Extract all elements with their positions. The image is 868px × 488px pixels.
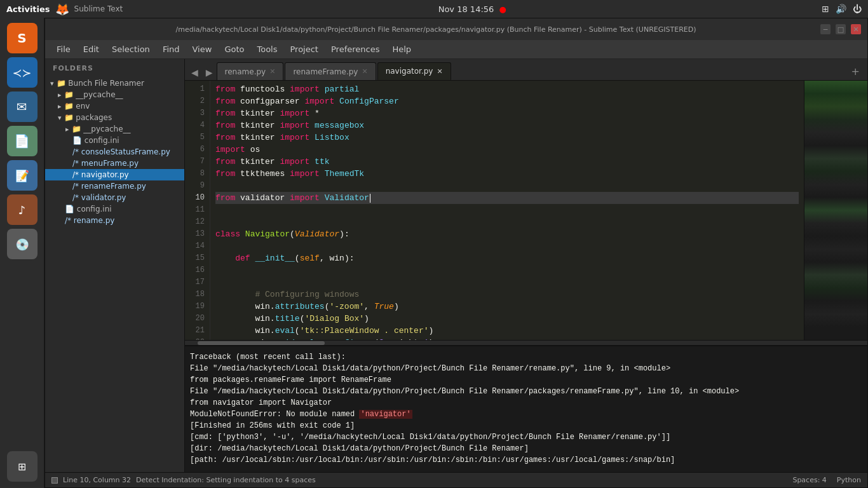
left-dock: S ≺≻ ✉ 📄 📝 ♪ 💿 ⊞ — [0, 18, 44, 488]
terminal-line: File "/media/hackytech/Local Disk1/data/… — [190, 386, 862, 397]
disk-icon[interactable]: 💿 — [7, 229, 37, 259]
grid-icon[interactable]: ⊞ — [7, 451, 37, 482]
minimize-button[interactable]: ─ — [820, 24, 831, 34]
menu-preferences[interactable]: Preferences — [325, 42, 386, 57]
sound-icon[interactable]: 🔊 — [836, 4, 846, 14]
folder-env[interactable]: ▸ 📁 env — [45, 100, 184, 112]
file-label: /* validator.py — [72, 193, 126, 202]
chevron-right-icon: ▸ — [58, 91, 62, 99]
folder-label: 📁 env — [64, 102, 90, 111]
sublime-icon[interactable]: S — [7, 23, 37, 53]
status-right: Spaces: 4 Python — [792, 476, 861, 484]
folder-label: 📁 packages — [64, 113, 112, 122]
terminal-line: [cmd: ['python3', '-u', '/media/hackytec… — [190, 431, 862, 443]
menu-help[interactable]: Help — [386, 42, 417, 57]
folder-pycache-2[interactable]: ▸ 📁 __pycache__ — [45, 123, 184, 135]
file-config-ini-packages[interactable]: 📄 config.ini — [45, 135, 184, 146]
main-area: FOLDERS ▾ 📁 Bunch File Renamer ▸ 📁 __pyc… — [45, 59, 867, 472]
menu-view[interactable]: View — [186, 42, 219, 57]
cursor-position[interactable]: Line 10, Column 32 — [63, 476, 131, 484]
line-numbers: 12345 678910 1112131415 1617181920 21222… — [185, 81, 210, 340]
rhythmbox-icon[interactable]: ♪ — [7, 194, 37, 225]
tab-prev-button[interactable]: ◀ — [187, 65, 202, 80]
status-indicator — [51, 477, 58, 484]
terminal-line: Traceback (most recent call last): — [190, 351, 862, 363]
code-editor[interactable]: 12345 678910 1112131415 1617181920 21222… — [185, 81, 867, 340]
scrollbar-thumb[interactable] — [198, 341, 325, 345]
terminal-line: [Finished in 256ms with exit code 1] — [190, 420, 862, 431]
file-label: /* consoleStatusFrame.py — [72, 147, 170, 156]
window-controls: ─ □ ✕ — [820, 24, 861, 34]
menu-file[interactable]: File — [50, 42, 77, 57]
horizontal-scrollbar[interactable] — [185, 340, 867, 345]
tab-close-rename-frame[interactable]: ✕ — [362, 67, 367, 76]
minimap — [804, 81, 867, 340]
menu-selection[interactable]: Selection — [105, 42, 156, 57]
tab-navigator-py[interactable]: navigator.py ✕ — [377, 62, 451, 80]
file-validator[interactable]: /* validator.py — [45, 192, 184, 203]
sidebar-header: FOLDERS — [45, 59, 184, 78]
menu-tools[interactable]: Tools — [250, 42, 283, 57]
vscode-icon[interactable]: ≺≻ — [7, 57, 37, 88]
tab-label: navigator.py — [386, 67, 433, 76]
file-console-status-frame[interactable]: /* consoleStatusFrame.py — [45, 146, 184, 158]
datetime: Nov 18 14:56 — [438, 4, 494, 14]
terminal-line: from navigator import Navigator — [190, 397, 862, 409]
terminal-line: [path: /usr/local/sbin:/usr/local/bin:/u… — [190, 454, 862, 466]
power-icon[interactable]: ⏻ — [853, 4, 862, 14]
code-content[interactable]: from functools import partial from confi… — [210, 81, 804, 340]
tab-close-navigator[interactable]: ✕ — [437, 67, 442, 76]
tab-label: rename.py — [225, 67, 266, 76]
chevron-right-icon: ▸ — [65, 125, 69, 133]
tab-add-button[interactable]: + — [846, 63, 865, 80]
indentation-info: Detect Indentation: Setting indentation … — [136, 476, 316, 484]
menu-edit[interactable]: Edit — [77, 42, 105, 57]
menu-find[interactable]: Find — [156, 42, 186, 57]
folder-label: 📁 Bunch File Renamer — [57, 79, 144, 88]
system-bar: Activities 🦊 Sublime Text Nov 18 14:56 ●… — [0, 0, 868, 18]
file-config-ini[interactable]: 📄 config.ini — [45, 203, 184, 215]
tab-next-button[interactable]: ▶ — [202, 65, 217, 80]
terminal-line: from packages.renameFrame import RenameF… — [190, 374, 862, 386]
menu-bar: File Edit Selection Find View Goto Tools… — [45, 40, 867, 59]
tab-bar: ◀ ▶ rename.py ✕ renameFrame.py ✕ navigat… — [185, 59, 867, 81]
record-dot: ● — [499, 4, 506, 14]
maximize-button[interactable]: □ — [836, 24, 846, 34]
activities-button[interactable]: Activities — [6, 4, 50, 14]
file-label: 📄 config.ini — [65, 205, 112, 214]
close-button[interactable]: ✕ — [851, 24, 861, 34]
status-left: Line 10, Column 32 Detect Indentation: S… — [51, 476, 316, 484]
chevron-down-icon: ▾ — [58, 114, 62, 122]
tab-rename-py[interactable]: rename.py ✕ — [217, 62, 284, 80]
file-sidebar: FOLDERS ▾ 📁 Bunch File Renamer ▸ 📁 __pyc… — [45, 59, 185, 472]
file-navigator[interactable]: /* navigator.py — [45, 169, 184, 180]
chevron-right-icon: ▸ — [58, 102, 62, 111]
file-rename[interactable]: /* rename.py — [45, 215, 184, 226]
thunderbird-icon[interactable]: ✉ — [7, 92, 37, 122]
title-bar: /media/hackytech/Local Disk1/data/python… — [45, 18, 867, 40]
display-icon[interactable]: ⊞ — [822, 4, 829, 14]
firefox-icon: 🦊 — [55, 3, 69, 16]
folder-bunch-file-renamer[interactable]: ▾ 📁 Bunch File Renamer — [45, 78, 184, 89]
terminal[interactable]: Traceback (most recent call last): File … — [185, 345, 867, 472]
folder-packages[interactable]: ▾ 📁 packages — [45, 112, 184, 123]
tab-label: renameFrame.py — [293, 67, 358, 76]
file-menu-frame[interactable]: /* menuFrame.py — [45, 158, 184, 169]
menu-goto[interactable]: Goto — [218, 42, 250, 57]
spaces-info[interactable]: Spaces: 4 — [792, 476, 826, 484]
tab-rename-frame-py[interactable]: renameFrame.py ✕ — [285, 62, 376, 80]
language-mode[interactable]: Python — [837, 476, 861, 484]
menu-project[interactable]: Project — [283, 42, 324, 57]
editor-area: ◀ ▶ rename.py ✕ renameFrame.py ✕ navigat… — [185, 59, 867, 472]
file-label: /* navigator.py — [72, 170, 129, 179]
app-indicator: Sublime Text — [74, 4, 123, 13]
tab-close-rename[interactable]: ✕ — [269, 67, 275, 76]
terminal-error-line: ModuleNotFoundError: No module named 'na… — [190, 409, 862, 420]
file-rename-frame[interactable]: /* renameFrame.py — [45, 180, 184, 192]
folder-label: 📁 __pycache__ — [64, 90, 123, 99]
libreoffice-icon[interactable]: 📝 — [7, 160, 37, 191]
files-icon[interactable]: 📄 — [7, 126, 37, 156]
folder-pycache-1[interactable]: ▸ 📁 __pycache__ — [45, 89, 184, 100]
terminal-line: [dir: /media/hackytech/Local Disk1/data/… — [190, 443, 862, 454]
terminal-line: File "/media/hackytech/Local Disk1/data/… — [190, 363, 862, 374]
